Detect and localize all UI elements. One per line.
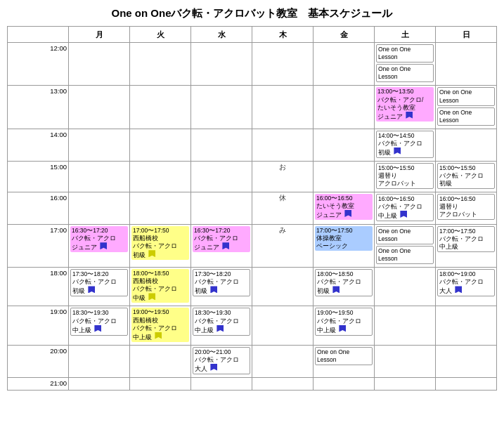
bookmark-icon-14 [155, 332, 162, 339]
cell-mon-1200 [69, 43, 130, 86]
cell-thu-2100 [252, 377, 314, 390]
cell-tue-1700: 17:00〜17:50西船橋校バク転・アクロ初級 [130, 225, 191, 268]
bookmark-icon-10 [210, 286, 217, 293]
event-sun-1500: 15:00〜15:50バク転・アクロ初級 [437, 163, 495, 189]
cell-tue-1400 [130, 129, 191, 161]
cell-sun-2000 [436, 345, 497, 377]
time-1900: 19:00 [8, 306, 69, 345]
cell-fri-2000: One on OneLesson [314, 345, 375, 377]
row-1800: 18:00 17:30〜18:20バク転・アクロ初級 18:00〜18:50西船… [8, 268, 497, 306]
time-1700: 17:00 [8, 225, 69, 268]
cell-tue-1900: 19:00〜19:50西船橋校バク転・アクロ中上級 [130, 306, 191, 345]
cell-tue-2000 [130, 345, 191, 377]
event-tue-1900: 19:00〜19:50西船橋校バク転・アクロ中上級 [131, 308, 189, 341]
cell-thu-1400 [252, 129, 314, 161]
header-time [8, 27, 69, 43]
cell-fri-1200 [314, 43, 375, 86]
time-1200: 12:00 [8, 43, 69, 86]
event-fri-1800: 18:00〜18:50バク転・アクロ初級 [315, 269, 373, 296]
event-wed-1830: 18:30〜19:30バク転・アクロ中上級 [193, 308, 250, 335]
cell-mon-1400 [69, 129, 130, 161]
event-sun-1300-1: One on OneLesson [437, 87, 495, 105]
cell-sat-1400: 14:00〜14:50バク転・アクロ初級 [375, 129, 436, 161]
cell-fri-1700: 17:00〜17:50体操教室ベーシック [314, 225, 375, 268]
cell-mon-1600 [69, 192, 130, 224]
bookmark-icon-16 [339, 325, 346, 332]
cell-wed-1700: 16:30〜17:20バク転・アクロジュニア [191, 225, 252, 268]
cell-sun-1400 [436, 129, 497, 161]
time-1800: 18:00 [8, 268, 69, 306]
event-wed-2000: 20:00〜21:00バク転・アクロ大人 [193, 347, 250, 374]
time-1600: 16:00 [8, 192, 69, 224]
event-fri-2000: One on OneLesson [315, 347, 373, 365]
cell-thu-2000 [252, 345, 314, 377]
bookmark-icon-3 [344, 210, 351, 217]
cell-sat-1300: 13:00〜13:50バク転・アクロ/たいそう教室ジュニア [375, 86, 436, 129]
cell-sun-1200 [436, 43, 497, 86]
event-mon-1630: 16:30〜17:20バク転・アクロジュニア [70, 226, 128, 252]
cell-sat-1900 [375, 306, 436, 345]
cell-thu-1700: み [252, 225, 314, 268]
cell-mon-1700: 16:30〜17:20バク転・アクロジュニア [69, 225, 130, 268]
cell-wed-2100 [191, 377, 252, 390]
cell-fri-1600: 16:00〜16:50たいそう教室ジュニア [314, 192, 375, 224]
page-title: One on Oneバク転・アクロバット教室 基本スケジュール [7, 7, 497, 20]
bookmark-icon-13 [94, 325, 101, 332]
cell-wed-1200 [191, 43, 252, 86]
cell-thu-1200 [252, 43, 314, 86]
row-2100: 21:00 [8, 377, 497, 390]
row-1200: 12:00 One on OneLesson One on OneLesson [8, 43, 497, 86]
cell-sun-2100 [436, 377, 497, 390]
cell-tue-1500 [130, 161, 191, 192]
cell-sat-1500: 15:00〜15:50週替りアクロバット [375, 161, 436, 192]
bookmark-icon-4 [400, 211, 407, 218]
bookmark-icon-8 [88, 286, 95, 293]
cell-sun-1600: 16:00〜16:50週替りアクロバット [436, 192, 497, 224]
cell-sat-1700: One on OneLesson One on OneLesson [375, 225, 436, 268]
cell-sat-1800 [375, 268, 436, 306]
bookmark-icon-6 [148, 250, 155, 257]
event-mon-1730: 17:30〜18:20バク転・アクロ初級 [70, 269, 128, 296]
header-thu: 木 [252, 27, 314, 43]
row-1700: 17:00 16:30〜17:20バク転・アクロジュニア 17:00〜17:50… [8, 225, 497, 268]
bookmark-icon-11 [332, 286, 340, 293]
event-fri-1900: 19:00〜19:50バク転・アクロ中上級 [315, 308, 373, 335]
row-1500: 15:00 お 15:00〜15:50週替りアクロバット 15:00〜15:50… [8, 161, 497, 192]
header-sun: 日 [436, 27, 497, 43]
row-1600: 16:00 休 16:00〜16:50たいそう教室ジュニア 16:00〜16:5… [8, 192, 497, 224]
cell-thu-1900 [252, 306, 314, 345]
bookmark-icon-15 [217, 325, 224, 332]
event-sat-1700-1: One on OneLesson [376, 226, 434, 244]
cell-thu-1300 [252, 86, 314, 129]
event-mon-1830: 18:30〜19:30バク転・アクロ中上級 [70, 308, 128, 335]
event-sat-1700-2: One on OneLesson [376, 246, 434, 264]
cell-tue-1800: 18:00〜18:50西船橋校バク転・アクロ中級 [130, 268, 191, 306]
schedule-table: 月 火 水 木 金 土 日 12:00 One on OneLesson One… [7, 26, 497, 391]
row-1400: 14:00 14:00〜14:50バク転・アクロ初級 [8, 129, 497, 161]
cell-mon-1800: 17:30〜18:20バク転・アクロ初級 [69, 268, 130, 306]
header-tue: 火 [130, 27, 191, 43]
cell-tue-1600 [130, 192, 191, 224]
bookmark-icon-9 [148, 293, 155, 300]
bookmark-icon-5 [100, 242, 107, 249]
bookmark-icon-2 [394, 147, 401, 155]
cell-mon-1500 [69, 161, 130, 192]
cell-sun-1500: 15:00〜15:50バク転・アクロ初級 [436, 161, 497, 192]
time-1400: 14:00 [8, 129, 69, 161]
cell-wed-1300 [191, 86, 252, 129]
header-wed: 水 [191, 27, 252, 43]
event-sat-1400: 14:00〜14:50バク転・アクロ初級 [376, 131, 434, 158]
event-sun-1300-2: One on OneLesson [437, 107, 495, 126]
cell-tue-1200 [130, 43, 191, 86]
event-tue-1800: 18:00〜18:50西船橋校バク転・アクロ中級 [131, 269, 189, 303]
event-sat-1300: 13:00〜13:50バク転・アクロ/たいそう教室ジュニア [376, 87, 434, 121]
header-mon: 月 [69, 27, 130, 43]
cell-mon-1900: 18:30〜19:30バク転・アクロ中上級 [69, 306, 130, 345]
cell-wed-1400 [191, 129, 252, 161]
cell-sun-1800: 18:00〜19:00バク転・アクロ大人 [436, 268, 497, 306]
event-tue-1700: 17:00〜17:50西船橋校バク転・アクロ初級 [131, 226, 189, 260]
cell-thu-1800 [252, 268, 314, 306]
event-sat-1200-2: One on OneLesson [376, 64, 434, 82]
cell-mon-2100 [69, 377, 130, 390]
event-fri-1600: 16:00〜16:50たいそう教室ジュニア [315, 194, 373, 220]
